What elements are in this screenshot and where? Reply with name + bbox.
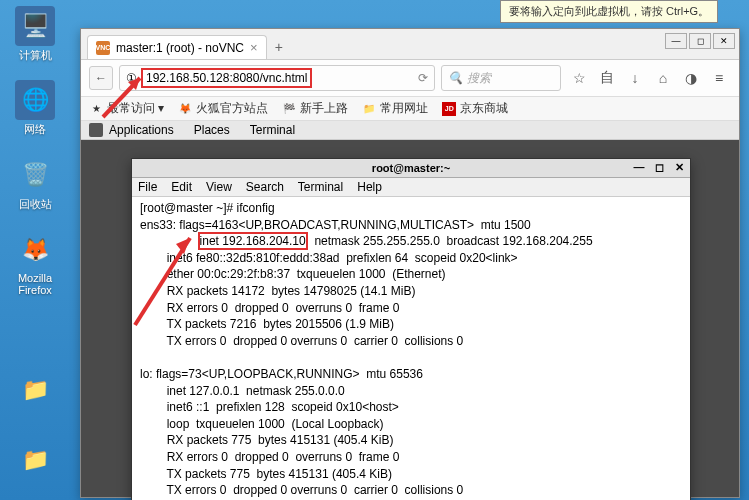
flag-icon: 🏁 — [282, 102, 296, 116]
bookmark-label: 常用网址 — [380, 100, 428, 117]
search-field[interactable]: 🔍 搜索 — [441, 65, 561, 91]
recycle-icon: 🗑️ — [15, 155, 55, 195]
home-icon[interactable]: ⌂ — [651, 66, 675, 90]
terminal-menu-bar: File Edit View Search Terminal Help — [132, 178, 690, 197]
menu-label: Applications — [109, 123, 174, 137]
gnome-top-bar: Applications Places Terminal — [81, 121, 739, 140]
desktop-icon-firefox[interactable]: 🦊 Mozilla Firefox — [10, 230, 60, 296]
firefox-window: — ◻ ✕ VNC master:1 (root) - noVNC × + ← … — [80, 28, 740, 498]
activities-icon — [89, 123, 103, 137]
desktop-icon-folder[interactable]: 📁 — [10, 370, 60, 412]
addon-icon[interactable]: ◑ — [679, 66, 703, 90]
tab-bar: VNC master:1 (root) - noVNC × + — [81, 29, 739, 60]
vm-input-tooltip: 要将输入定向到此虚拟机，请按 Ctrl+G。 — [500, 0, 718, 23]
folder-icon: 📁 — [15, 440, 55, 480]
computer-icon: 🖥️ — [15, 6, 55, 46]
minimize-button[interactable]: — — [665, 33, 687, 49]
maximize-button[interactable]: ◻ — [689, 33, 711, 49]
desktop-icon-computer[interactable]: 🖥️ 计算机 — [10, 6, 60, 63]
firefox-icon: 🦊 — [178, 102, 192, 116]
desktop-icon-label: 回收站 — [10, 197, 60, 212]
bookmark-star-icon[interactable]: ☆ — [567, 66, 591, 90]
terminal-body[interactable]: [root@master ~]# ifconfig ens33: flags=4… — [132, 197, 690, 500]
desktop-icon-recycle[interactable]: 🗑️ 回收站 — [10, 155, 60, 212]
bookmark-most-visited[interactable]: ★最常访问 ▾ — [89, 100, 164, 117]
star-icon: ★ — [89, 102, 103, 116]
bookmark-getting-started[interactable]: 🏁新手上路 — [282, 100, 348, 117]
term-line: netmask 255.255.255.0 broadcast 192.168.… — [308, 234, 593, 248]
search-placeholder: 搜索 — [467, 70, 491, 87]
terminal-title: root@master:~ — [372, 162, 450, 174]
bookmark-common[interactable]: 📁常用网址 — [362, 100, 428, 117]
url-bar: ← ① 192.168.50.128:8080/vnc.html ⟳ 🔍 搜索 … — [81, 60, 739, 97]
browser-tab[interactable]: VNC master:1 (root) - noVNC × — [87, 35, 267, 59]
term-menu-file[interactable]: File — [138, 180, 157, 194]
term-minimize-icon[interactable]: — — [632, 161, 646, 174]
menu-icon[interactable]: ≡ — [707, 66, 731, 90]
vnc-icon: VNC — [96, 41, 110, 55]
term-line: ens33: flags=4163<UP,BROADCAST,RUNNING,M… — [140, 218, 531, 232]
download-icon[interactable]: ↓ — [623, 66, 647, 90]
jd-icon: JD — [442, 102, 456, 116]
desktop-icon-label: 计算机 — [10, 48, 60, 63]
applications-menu[interactable]: Applications — [89, 123, 174, 137]
url-text: 192.168.50.128:8080/vnc.html — [141, 68, 312, 88]
term-menu-terminal[interactable]: Terminal — [298, 180, 343, 194]
search-icon: 🔍 — [448, 71, 463, 85]
tab-close-icon[interactable]: × — [250, 40, 258, 55]
url-field[interactable]: ① 192.168.50.128:8080/vnc.html ⟳ — [119, 65, 435, 91]
term-menu-edit[interactable]: Edit — [171, 180, 192, 194]
terminal-menu[interactable]: Terminal — [250, 123, 295, 137]
network-icon: 🌐 — [15, 80, 55, 120]
info-icon: ① — [126, 71, 137, 85]
remote-desktop: root@master:~ — ◻ ✕ File Edit View Searc… — [81, 140, 739, 497]
library-icon[interactable]: 自 — [595, 66, 619, 90]
bookmark-firefox[interactable]: 🦊火狐官方站点 — [178, 100, 268, 117]
back-button[interactable]: ← — [89, 66, 113, 90]
desktop-icon-label: Mozilla Firefox — [10, 272, 60, 296]
close-button[interactable]: ✕ — [713, 33, 735, 49]
terminal-window: root@master:~ — ◻ ✕ File Edit View Searc… — [131, 158, 691, 500]
bookmark-label: 火狐官方站点 — [196, 100, 268, 117]
term-menu-search[interactable]: Search — [246, 180, 284, 194]
desktop-icon-network[interactable]: 🌐 网络 — [10, 80, 60, 137]
bookmark-label: 新手上路 — [300, 100, 348, 117]
term-menu-help[interactable]: Help — [357, 180, 382, 194]
bookmark-jd[interactable]: JD京东商城 — [442, 100, 508, 117]
terminal-title-bar[interactable]: root@master:~ — ◻ ✕ — [132, 159, 690, 178]
toolbar-icons: ☆ 自 ↓ ⌂ ◑ ≡ — [567, 66, 731, 90]
term-maximize-icon[interactable]: ◻ — [652, 161, 666, 174]
desktop-icon-folder[interactable]: 📁 — [10, 440, 60, 482]
bookmark-label: 最常访问 ▾ — [107, 100, 164, 117]
bookmark-label: 京东商城 — [460, 100, 508, 117]
firefox-icon: 🦊 — [15, 230, 55, 270]
term-inet-highlight: inet 192.168.204.10 — [198, 232, 308, 250]
folder-icon: 📁 — [362, 102, 376, 116]
term-prompt: [root@master ~]# ifconfig — [140, 201, 275, 215]
window-controls: — ◻ ✕ — [665, 33, 735, 49]
reload-icon[interactable]: ⟳ — [418, 71, 428, 85]
folder-icon: 📁 — [15, 370, 55, 410]
term-menu-view[interactable]: View — [206, 180, 232, 194]
desktop-icon-label: 网络 — [10, 122, 60, 137]
tab-title: master:1 (root) - noVNC — [116, 41, 244, 55]
new-tab-button[interactable]: + — [267, 37, 291, 57]
term-close-icon[interactable]: ✕ — [672, 161, 686, 174]
places-menu[interactable]: Places — [194, 123, 230, 137]
bookmark-bar: ★最常访问 ▾ 🦊火狐官方站点 🏁新手上路 📁常用网址 JD京东商城 — [81, 97, 739, 121]
term-output: inet6 fe80::32d5:810f:eddd:38ad prefixle… — [140, 251, 518, 497]
